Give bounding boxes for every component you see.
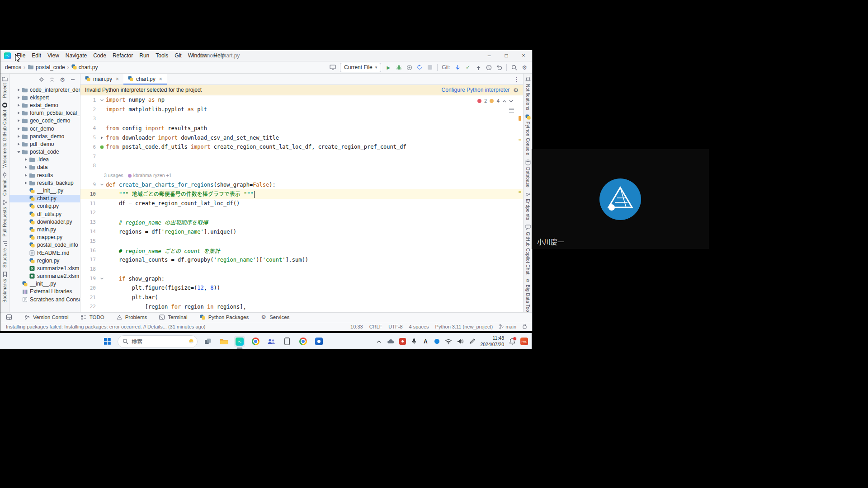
menu-tools[interactable]: Tools	[152, 50, 171, 61]
line-number[interactable]: 2	[80, 107, 99, 113]
line-number[interactable]: 20	[80, 285, 99, 291]
tree-item-data[interactable]: data	[9, 164, 80, 171]
fold-icon[interactable]	[99, 183, 105, 187]
tree-item-pandas-demo[interactable]: pandas_demo	[9, 132, 80, 140]
close-button[interactable]: ×	[515, 50, 532, 61]
tree-chevron-icon[interactable]	[16, 96, 21, 99]
tree-chevron-icon[interactable]	[16, 127, 21, 131]
hide-panel-icon[interactable]	[70, 77, 76, 82]
inspections-widget[interactable]: 2 4	[476, 98, 515, 104]
tree-item-postal-code[interactable]: postal_code	[9, 148, 80, 156]
pen-icon[interactable]	[469, 338, 475, 344]
tree-chevron-icon[interactable]	[23, 181, 28, 185]
tree-item-results-backup[interactable]: results_backup	[9, 179, 80, 187]
breadcrumb-chart-py[interactable]: chart.py	[71, 64, 98, 71]
security-app-icon[interactable]	[399, 338, 406, 345]
tab-close-icon[interactable]: ×	[116, 76, 119, 82]
taskbar-clock[interactable]: 11:48 2024/07/20	[480, 335, 504, 347]
panel-settings-icon[interactable]: ⚙	[59, 77, 66, 83]
menu-run[interactable]: Run	[136, 50, 152, 61]
tree-item-readme-md[interactable]: README.md	[9, 249, 80, 257]
tool-windows-icon[interactable]	[6, 314, 12, 320]
tree-item-ekispert[interactable]: ekispert	[9, 94, 80, 101]
tree-chevron-icon[interactable]	[23, 174, 28, 177]
line-number[interactable]: 13	[80, 219, 99, 225]
phone-link-icon[interactable]	[282, 336, 292, 347]
tool-button-pull-requests[interactable]: Pull Requests	[2, 200, 7, 237]
collapse-all-icon[interactable]	[49, 77, 55, 82]
status-message[interactable]: Installing packages failed: Installing p…	[6, 324, 205, 329]
chevron-up-icon[interactable]	[376, 340, 382, 343]
menu-navigate[interactable]: Navigate	[62, 50, 90, 61]
indent-style[interactable]: 4 spaces	[409, 324, 429, 329]
maximize-button[interactable]: □	[498, 50, 515, 61]
blue-dot-icon[interactable]	[434, 339, 440, 344]
git-commit-icon[interactable]: ✓	[465, 64, 471, 70]
tree-chevron-icon[interactable]	[23, 158, 28, 161]
coverage-button[interactable]	[406, 65, 412, 70]
menu-refactor[interactable]: Refactor	[109, 50, 136, 61]
tree-item-geo-code-demo[interactable]: geo_code_demo	[9, 117, 80, 125]
tree-item-forum-pc5bai-local[interactable]: forum_pc5bai_local_	[9, 109, 80, 117]
tool-button-welcome-to-github-copilot[interactable]: Welcome to GitHub Copilot	[2, 102, 8, 168]
tree-item-postal-code-info[interactable]: postal_code_info	[9, 241, 80, 249]
tree-chevron-icon[interactable]	[16, 142, 21, 146]
file-explorer-icon[interactable]	[218, 336, 229, 347]
banner-settings-icon[interactable]: ⚙	[513, 87, 519, 93]
start-button[interactable]	[102, 336, 113, 347]
tool-button-project[interactable]: Project	[2, 76, 8, 98]
tool-window-button-services[interactable]: ⚙Services	[260, 314, 289, 320]
tree-item-external-libraries[interactable]: External Libraries	[9, 288, 80, 296]
tree-chevron-icon[interactable]	[16, 150, 21, 154]
settings-gear-icon[interactable]: ⚙	[521, 65, 528, 70]
tab-main-py[interactable]: main.py×	[80, 74, 123, 84]
stop-button[interactable]	[427, 65, 433, 70]
line-number[interactable]: 10	[80, 191, 99, 197]
line-number[interactable]: 1	[80, 97, 99, 103]
pycharm-icon[interactable]: PC	[234, 336, 245, 347]
git-branch[interactable]: main	[499, 324, 516, 329]
notification-bell-icon[interactable]	[509, 338, 515, 345]
tool-window-button-todo[interactable]: TODO	[80, 314, 104, 320]
breadcrumb-postal-code[interactable]: postal_code	[28, 64, 65, 71]
menu-code[interactable]: Code	[90, 50, 109, 61]
tree-chevron-icon[interactable]	[16, 103, 21, 107]
line-number[interactable]: 15	[80, 238, 99, 244]
line-number[interactable]: 6	[80, 144, 99, 150]
tree-chevron-icon[interactable]	[16, 135, 21, 138]
tree-item-idea[interactable]: .idea	[9, 156, 80, 164]
line-number[interactable]: 21	[80, 295, 99, 300]
prev-issue-icon[interactable]	[502, 100, 506, 103]
tool-button-commit[interactable]: Commit	[2, 172, 8, 196]
tree-item-region-py[interactable]: region.py	[9, 257, 80, 264]
breadcrumb-demos[interactable]: demos	[5, 64, 21, 70]
tool-window-button-python-packages[interactable]: Python Packages	[199, 314, 249, 320]
menu-view[interactable]: View	[44, 50, 62, 61]
tool-button-endpoints[interactable]: Endpoints	[525, 192, 531, 220]
python-interpreter[interactable]: Python 3.11 (new_project)	[435, 324, 493, 329]
ime-a-icon[interactable]: A	[422, 338, 429, 345]
device-manager-icon[interactable]	[330, 65, 336, 70]
file-encoding[interactable]: UTF-8	[388, 324, 402, 329]
task-view-icon[interactable]	[203, 336, 213, 347]
locate-file-icon[interactable]	[38, 77, 45, 82]
tree-chevron-icon[interactable]	[16, 88, 21, 92]
debug-button[interactable]	[396, 65, 402, 70]
tree-item-main-py[interactable]: main.py	[9, 225, 80, 233]
author-hint[interactable]: kbrahma-ryzen +1	[128, 173, 172, 178]
tool-button-python-console[interactable]: Python Console	[525, 114, 531, 155]
tree-item-ocr-demo[interactable]: ocr_demo	[9, 125, 80, 132]
tree-item-summarize1-xlsm[interactable]: summarize1.xlsm	[9, 264, 80, 272]
minimize-button[interactable]: –	[481, 50, 498, 61]
tree-item-init-py[interactable]: __init__.py	[9, 187, 80, 194]
menu-edit[interactable]: Edit	[28, 50, 44, 61]
people-icon[interactable]	[266, 336, 277, 347]
tool-button-bookmarks[interactable]: Bookmarks	[2, 272, 7, 303]
tree-item-config-py[interactable]: config.py	[9, 202, 80, 210]
next-issue-icon[interactable]	[509, 100, 513, 103]
tree-chevron-icon[interactable]	[23, 165, 28, 169]
microphone-icon[interactable]	[411, 338, 417, 345]
wifi-icon[interactable]	[445, 339, 452, 344]
menu-git[interactable]: Git	[171, 50, 184, 61]
caret-position[interactable]: 10:33	[350, 324, 363, 329]
